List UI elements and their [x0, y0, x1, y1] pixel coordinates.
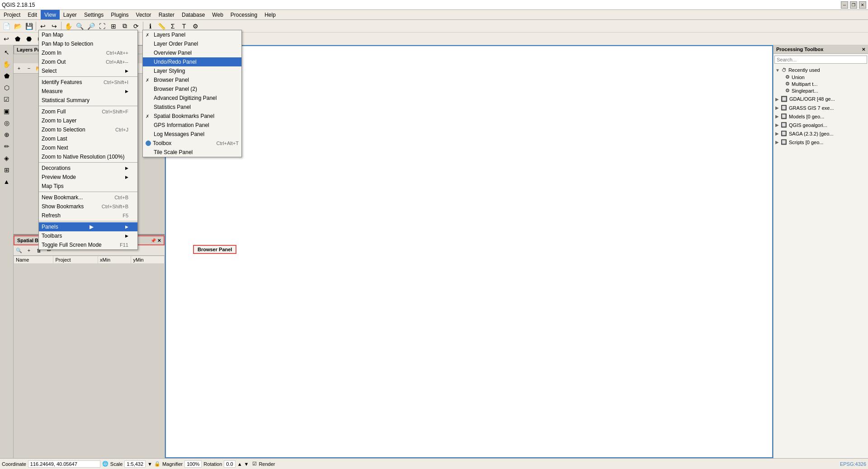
left-icon-9[interactable]: ✏ — [1, 141, 12, 152]
menu-pan-to-selection[interactable]: Pan Map to Selection — [39, 39, 137, 48]
left-icon-7[interactable]: ◎ — [1, 117, 12, 128]
toolbar2-btn2[interactable]: ⬟ — [12, 34, 23, 44]
menu-database[interactable]: Database — [178, 10, 208, 19]
spatial-zoom-btn[interactable]: 🔍 — [14, 246, 24, 254]
minimize-button[interactable]: ─ — [841, 1, 848, 9]
saga-section: ▶ 🔲 SAGA (2.3.2) [geo... — [774, 130, 867, 137]
menu-toggle-fullscreen[interactable]: Toggle Full Screen Mode F11 — [39, 240, 137, 249]
menu-pan-map[interactable]: Pan Map — [39, 30, 137, 39]
left-icon-5[interactable]: ☑ — [1, 94, 12, 105]
models-header[interactable]: ▶ 🔲 Models [0 geo... — [774, 113, 867, 120]
save-button[interactable]: 💾 — [24, 21, 34, 31]
restore-button[interactable]: ❐ — [850, 1, 857, 9]
menu-map-tips[interactable]: Map Tips — [39, 182, 137, 191]
menu-zoom-next[interactable]: Zoom Next — [39, 143, 137, 152]
menu-decorations[interactable]: Decorations — [39, 164, 137, 173]
panel-advanced-digitizing[interactable]: Advanced Digitizing Panel — [143, 94, 241, 103]
new-project-button[interactable]: 📄 — [1, 21, 12, 31]
toolbar2-btn1[interactable]: ↩ — [1, 34, 12, 44]
render-checkbox[interactable]: ☑ — [252, 461, 257, 467]
rotation-down[interactable]: ▼ — [244, 461, 249, 467]
layers-panel-label: Layers Panel — [154, 32, 185, 38]
menu-zoom-in[interactable]: Zoom In Ctrl+Alt++ — [39, 48, 137, 57]
scripts-expand: ▶ — [775, 140, 779, 145]
menu-show-bookmarks[interactable]: Show Bookmarks Ctrl+Shift+B — [39, 202, 137, 211]
scripts-header[interactable]: ▶ 🔲 Scripts [0 geo... — [774, 138, 867, 146]
menu-vector[interactable]: Vector — [132, 10, 155, 19]
panel-layers[interactable]: ✗ Layers Panel — [143, 30, 241, 39]
left-icon-11[interactable]: ⊞ — [1, 164, 12, 175]
processing-close[interactable]: ✕ — [862, 47, 865, 52]
menu-zoom-native[interactable]: Zoom to Native Resolution (100%) — [39, 152, 137, 161]
menu-refresh[interactable]: Refresh F5 — [39, 211, 137, 220]
menu-panels[interactable]: Panels ▶ — [39, 222, 137, 231]
menu-zoom-to-selection[interactable]: Zoom to Selection Ctrl+J — [39, 125, 137, 134]
panel-layer-order[interactable]: Layer Order Panel — [143, 39, 241, 48]
spatial-panel-close[interactable]: ✕ — [157, 238, 161, 243]
alg-union[interactable]: ⚙ Union — [774, 74, 867, 80]
left-icon-8[interactable]: ⊕ — [1, 129, 12, 140]
panel-spatial-bookmarks[interactable]: ✗ Spatial Bookmarks Panel — [143, 112, 241, 121]
menu-zoom-last[interactable]: Zoom Last — [39, 134, 137, 143]
grass-section: ▶ 🔲 GRASS GIS 7 exe... — [774, 104, 867, 112]
menu-raster[interactable]: Raster — [155, 10, 178, 19]
scale-dropdown[interactable]: ▼ — [147, 461, 152, 467]
menu-zoom-out[interactable]: Zoom Out Ctrl+Alt+-- — [39, 57, 137, 66]
menu-help[interactable]: Help — [261, 10, 279, 19]
left-icon-6[interactable]: ▣ — [1, 106, 12, 117]
menu-measure[interactable]: Measure — [39, 87, 137, 96]
processing-search-input[interactable] — [774, 56, 867, 64]
grass-header[interactable]: ▶ 🔲 GRASS GIS 7 exe... — [774, 104, 867, 112]
layers-remove-btn[interactable]: − — [24, 64, 33, 72]
menu-identify-features[interactable]: Identify Features Ctrl+Shift+I — [39, 78, 137, 87]
layers-add-btn[interactable]: + — [14, 64, 24, 72]
panel-layer-styling[interactable]: Layer Styling — [143, 66, 241, 75]
menu-zoom-full[interactable]: Zoom Full Ctrl+Shift+F — [39, 107, 137, 116]
left-icon-12[interactable]: ▲ — [1, 176, 12, 187]
menu-select[interactable]: Select — [39, 66, 137, 75]
spatial-panel-pin[interactable]: 📌 — [151, 238, 156, 243]
menu-processing[interactable]: Processing — [227, 10, 261, 19]
menu-toolbars[interactable]: Toolbars — [39, 231, 137, 240]
menu-statistical[interactable]: Statistical Summary — [39, 96, 137, 105]
open-button[interactable]: 📂 — [12, 21, 23, 31]
menu-view[interactable]: View — [41, 10, 60, 19]
menu-settings[interactable]: Settings — [80, 10, 107, 19]
panel-toolbox[interactable]: Toolbox Ctrl+Alt+T — [143, 139, 241, 148]
left-icon-2[interactable]: ✋ — [1, 59, 12, 70]
menu-project[interactable]: Project — [0, 10, 24, 19]
alg-multipart[interactable]: ⚙ Multipart t... — [774, 80, 867, 87]
toolbar2-btn3[interactable]: ⬣ — [24, 34, 34, 44]
gdal-section: ▶ 🔲 GDAL/OGR [48 ge... — [774, 95, 867, 103]
saga-header[interactable]: ▶ 🔲 SAGA (2.3.2) [geo... — [774, 130, 867, 137]
panel-overview[interactable]: Overview Panel — [143, 48, 241, 57]
panel-browser-2[interactable]: Browser Panel (2) — [143, 84, 241, 94]
menu-layer[interactable]: Layer — [60, 10, 80, 19]
alg-singlepart[interactable]: ⚙ Singlepart... — [774, 87, 867, 94]
panel-log-messages[interactable]: Log Messages Panel — [143, 130, 241, 139]
menu-preview-mode[interactable]: Preview Mode — [39, 173, 137, 182]
gdal-header[interactable]: ▶ 🔲 GDAL/OGR [48 ge... — [774, 95, 867, 103]
menu-web[interactable]: Web — [208, 10, 226, 19]
layer-order-label: Layer Order Panel — [154, 41, 198, 47]
panel-browser[interactable]: ✗ Browser Panel — [143, 75, 241, 84]
menu-plugins[interactable]: Plugins — [107, 10, 132, 19]
left-icon-3[interactable]: ⬟ — [1, 70, 12, 81]
panel-tile-scale[interactable]: Tile Scale Panel — [143, 148, 241, 157]
tile-scale-label: Tile Scale Panel — [154, 149, 193, 155]
qgis-header[interactable]: ▶ 🔲 QGIS geoalgori... — [774, 121, 867, 129]
menu-new-bookmark[interactable]: New Bookmark... Ctrl+B — [39, 193, 137, 202]
panel-undo-redo[interactable]: Undo/Redo Panel — [143, 57, 241, 66]
render-label: Render — [259, 461, 275, 467]
rotation-up[interactable]: ▲ — [237, 461, 242, 467]
menu-zoom-to-layer[interactable]: Zoom to Layer — [39, 116, 137, 125]
panel-statistics[interactable]: Statistics Panel — [143, 103, 241, 112]
left-icon-4[interactable]: ⬡ — [1, 82, 12, 93]
menu-edit[interactable]: Edit — [24, 10, 41, 19]
panel-gps[interactable]: GPS Information Panel — [143, 121, 241, 130]
close-button[interactable]: ✕ — [859, 1, 866, 9]
left-icon-1[interactable]: ↖ — [1, 47, 12, 58]
recently-used-header[interactable]: ▼ ⏱ Recently used — [774, 66, 867, 74]
left-icon-10[interactable]: ◈ — [1, 153, 12, 164]
spatial-add-btn[interactable]: + — [24, 246, 33, 254]
